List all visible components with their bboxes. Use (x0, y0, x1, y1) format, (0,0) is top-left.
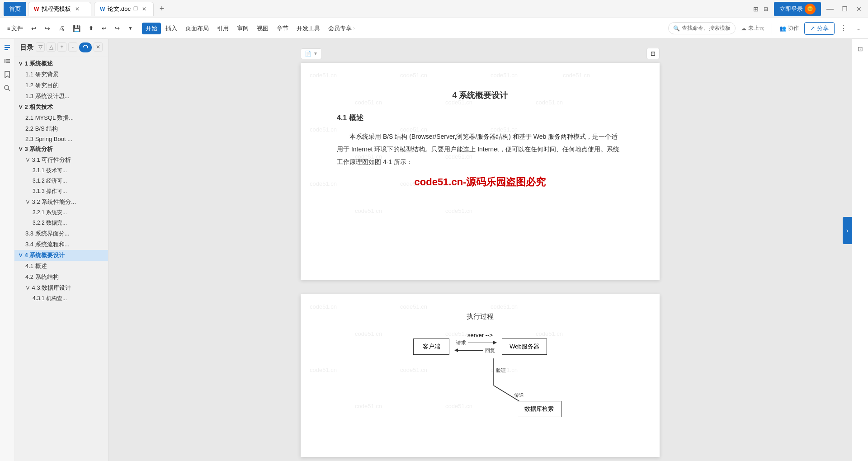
toc-item-1[interactable]: ∨ 1 系统概述 (14, 58, 108, 69)
diagram-lower: 验证 传送 数据库检索 (399, 358, 561, 417)
review-label: 审阅 (237, 24, 249, 33)
toc-item-8[interactable]: 2.3 Spring Boot ... (14, 134, 108, 144)
toc-item-3[interactable]: 1.2 研究目的 (14, 80, 108, 91)
toc-expand-all[interactable]: ▽ (36, 42, 45, 52)
member-btn[interactable]: 会员专享 › (325, 23, 358, 34)
toc-item-13[interactable]: 3.1.3 操作可... (14, 186, 108, 197)
toc-item-20[interactable]: 4.1 概述 (14, 261, 108, 272)
win-maximize[interactable]: ❐ (839, 4, 850, 14)
wm-14: code51.cn (400, 180, 427, 187)
chapter-btn[interactable]: 章节 (273, 23, 292, 34)
page-layout-btn[interactable]: 页面布局 (182, 23, 212, 34)
diagram-client-box: 客户端 (413, 339, 449, 355)
file-label: 文件 (11, 24, 23, 33)
toc-add-level[interactable]: + (57, 42, 66, 52)
tab-home-label: 首页 (9, 5, 21, 13)
dev-tools-btn[interactable]: 开发工具 (293, 23, 324, 34)
svg-point-7 (5, 85, 9, 89)
tab-wps-template[interactable]: W 找程壳模板 ✕ (28, 2, 91, 16)
tab-add-button[interactable]: + (156, 3, 168, 15)
doc-area[interactable]: 📄 ▼ ⊡ code51.cn code51.cn code51.cn code… (108, 39, 852, 461)
toc-item-16[interactable]: 3.2.2 数据完... (14, 218, 108, 228)
toc-icon-btn[interactable] (1, 42, 13, 53)
search-command-btn[interactable]: 🔍 查找命令、搜索模板 (668, 22, 736, 34)
arrow-req-row: 请求 (456, 339, 495, 346)
sidebar: 目录 ▽ △ + - ✕ ∨ 1 系统概述 1.1 研究背景 1.2 研究目的 … (0, 39, 108, 461)
doc-main-title: 4 系统概要设计 (337, 90, 623, 101)
tab-doc-close[interactable]: ✕ (141, 5, 148, 13)
toc-close-btn[interactable]: ✕ (94, 42, 103, 52)
toc-item-6[interactable]: 2.1 MYSQL 数据... (14, 113, 108, 123)
word-logo-icon: W (100, 6, 105, 12)
toc-item-9[interactable]: ∨ 3 系统分析 (14, 144, 108, 155)
svg-line-8 (8, 89, 10, 91)
toc-item-11[interactable]: 3.1.1 技术可... (14, 165, 108, 176)
toc-item-18[interactable]: 3.4 系统流程和... (14, 239, 108, 250)
toc-item-19[interactable]: ∨ 4 系统概要设计 (14, 250, 108, 261)
search-sidebar-btn[interactable] (1, 82, 13, 94)
svg-rect-5 (6, 61, 10, 61)
save-btn[interactable]: 💾 (69, 23, 84, 34)
tab-doc[interactable]: W 论文.doc ❐ ✕ (94, 2, 154, 16)
view-btn[interactable]: 视图 (253, 23, 272, 34)
tab-doc-restore[interactable]: ❐ (133, 6, 138, 12)
cloud-btn[interactable]: ☁ 未上云 (737, 23, 768, 34)
win-minimize[interactable]: — (825, 4, 835, 14)
toc-sync-btn[interactable] (79, 42, 92, 52)
bookmark-icon-btn[interactable] (1, 69, 13, 80)
toc-item-15[interactable]: 3.2.1 系统安... (14, 207, 108, 218)
diagram-arrows: 请求 回复 (453, 339, 498, 354)
doc-align-btn[interactable]: ⊡ (646, 48, 660, 59)
win-close[interactable]: ✕ (854, 4, 864, 14)
nav-icon-btn[interactable] (1, 55, 13, 67)
file-menu-btn[interactable]: ≡ 文件 (4, 23, 27, 34)
toc-item-21[interactable]: 4.2 系统结构 (14, 272, 108, 282)
wm-13: code51.cn (310, 180, 337, 187)
toc-collapse-all[interactable]: △ (47, 42, 56, 52)
more-undo-btn[interactable]: ▼ (124, 24, 136, 33)
wm2-7: code51.cn (310, 367, 337, 373)
ref-btn[interactable]: 引用 (213, 23, 232, 34)
undo-btn[interactable]: ↩ (28, 23, 40, 34)
toc-item-7[interactable]: 2.2 B/S 结构 (14, 123, 108, 134)
search-icon: 🔍 (673, 25, 680, 32)
print-btn[interactable]: 🖨 (55, 23, 68, 34)
login-button[interactable]: 立即登录 😊 (774, 2, 821, 16)
expand-btn[interactable]: ⌄ (853, 24, 864, 33)
doc-view-btn[interactable]: 📄 ▼ (301, 48, 322, 59)
insert-btn[interactable]: 插入 (162, 23, 181, 34)
start-btn[interactable]: 开始 (142, 23, 161, 34)
toc-item-4[interactable]: 1.3 系统设计思... (14, 91, 108, 102)
review-btn[interactable]: 审阅 (233, 23, 252, 34)
share-btn[interactable]: ↗ 分享 (804, 22, 835, 35)
toc-item-14[interactable]: ∨ 3.2 系统性能分... (14, 197, 108, 207)
floating-expand-btn[interactable]: › (843, 217, 852, 244)
toc-item-23[interactable]: 4.3.1 机构查... (14, 293, 108, 304)
toc-item-22[interactable]: ∨ 4.3.数据库设计 (14, 282, 108, 293)
redo2-btn[interactable]: ↪ (111, 23, 123, 33)
view-label: 视图 (257, 24, 269, 33)
insert-label: 插入 (165, 24, 177, 33)
undo2-btn[interactable]: ↩ (98, 23, 110, 33)
layout-icon[interactable]: ⊟ (761, 5, 770, 14)
arrow-req-head (493, 341, 497, 344)
doc-body-text: 本系统采用 B/S 结构 (Browser/Server,浏览器/服务器结构) … (337, 130, 623, 168)
toc-item-12[interactable]: 3.1.2 经济可... (14, 176, 108, 186)
panel-btn-1[interactable]: ⊡ (854, 42, 867, 55)
more-options-btn[interactable]: ⋮ (836, 22, 851, 34)
grid-view-icon[interactable]: ⊞ (751, 5, 760, 14)
toc-remove-level[interactable]: - (68, 42, 77, 52)
arrow-req-line (468, 343, 495, 343)
toc-item-5[interactable]: ∨ 2 相关技术 (14, 102, 108, 113)
toc-item-17[interactable]: 3.3 系统界面分... (14, 228, 108, 239)
ref-label: 引用 (217, 24, 229, 33)
svg-rect-3 (5, 59, 5, 63)
toc-item-10[interactable]: ∨ 3.1 可行性分析 (14, 155, 108, 165)
redo-btn[interactable]: ↪ (41, 23, 54, 34)
collab-btn[interactable]: 👥 协作 (776, 23, 802, 34)
tab-home[interactable]: 首页 (4, 2, 26, 16)
toc-item-2[interactable]: 1.1 研究背景 (14, 69, 108, 80)
resp-label: 回复 (485, 347, 495, 354)
export-btn[interactable]: ⬆ (85, 23, 97, 33)
tab-wps-close[interactable]: ✕ (74, 5, 81, 13)
